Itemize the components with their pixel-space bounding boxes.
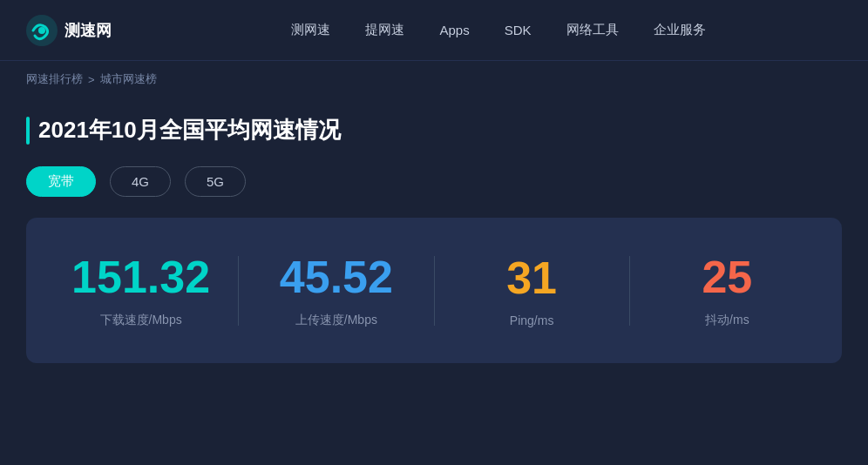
- tab-group: 宽带 4G 5G: [26, 166, 842, 197]
- logo[interactable]: 测速网: [26, 15, 112, 46]
- breadcrumb-separator: >: [88, 73, 95, 86]
- stat-ping-value: 31: [435, 253, 629, 303]
- stat-ping-label: Ping/ms: [435, 313, 629, 327]
- stat-download-value: 151.32: [44, 253, 238, 302]
- nav-item-apps[interactable]: Apps: [439, 23, 469, 37]
- stat-jitter-value: 25: [630, 253, 824, 302]
- stat-upload: 45.52 上传速度/Mbps: [239, 253, 433, 328]
- header: 测速网 测网速 提网速 Apps SDK 网络工具 企业服务: [0, 0, 868, 61]
- main-nav: 测网速 提网速 Apps SDK 网络工具 企业服务: [155, 22, 842, 38]
- nav-item-qiyefuwu[interactable]: 企业服务: [654, 22, 706, 38]
- title-accent-bar: [26, 117, 30, 145]
- page-title: 2021年10月全国平均网速情况: [38, 115, 341, 145]
- stat-download-label: 下载速度/Mbps: [44, 313, 238, 328]
- breadcrumb-current: 城市网速榜: [100, 71, 157, 87]
- stat-upload-value: 45.52: [239, 253, 433, 302]
- nav-item-wangluogongju[interactable]: 网络工具: [566, 22, 619, 38]
- tab-4g[interactable]: 4G: [110, 166, 171, 197]
- tab-5g[interactable]: 5G: [185, 166, 246, 197]
- nav-item-sdk[interactable]: SDK: [505, 23, 532, 37]
- stat-download: 151.32 下载速度/Mbps: [44, 253, 238, 328]
- logo-icon: [26, 15, 58, 46]
- nav-item-tiwangsuwang[interactable]: 提网速: [365, 22, 404, 38]
- stat-upload-label: 上传速度/Mbps: [239, 313, 433, 328]
- stat-jitter-label: 抖动/ms: [630, 313, 824, 328]
- breadcrumb-parent[interactable]: 网速排行榜: [26, 71, 83, 87]
- stat-ping: 31 Ping/ms: [435, 253, 629, 327]
- breadcrumb: 网速排行榜 > 城市网速榜: [0, 61, 868, 98]
- svg-point-1: [38, 27, 45, 34]
- page-title-wrapper: 2021年10月全国平均网速情况: [26, 115, 842, 145]
- stat-jitter: 25 抖动/ms: [630, 253, 824, 328]
- tab-broadband[interactable]: 宽带: [26, 166, 96, 197]
- logo-text: 测速网: [64, 20, 112, 41]
- main-content: 2021年10月全国平均网速情况 宽带 4G 5G 151.32 下载速度/Mb…: [0, 98, 868, 381]
- nav-item-cesuwang[interactable]: 测网速: [291, 22, 330, 38]
- stats-card: 151.32 下载速度/Mbps 45.52 上传速度/Mbps 31 Ping…: [26, 218, 842, 363]
